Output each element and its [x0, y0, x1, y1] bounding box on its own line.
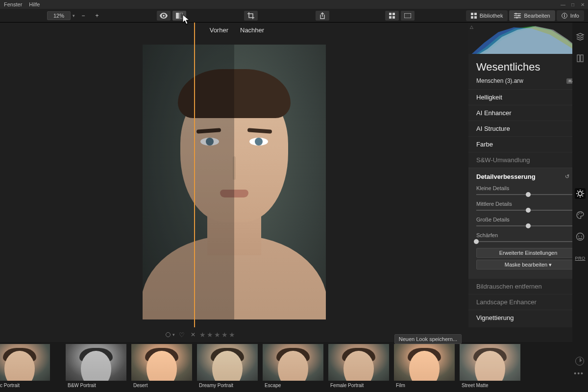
zoom-in-button[interactable]: +	[90, 11, 104, 21]
grid-icon	[389, 13, 395, 19]
look-thumb[interactable]: Desert	[131, 344, 192, 388]
tab-library-label: Bibliothek	[480, 13, 503, 19]
svg-line-26	[577, 196, 578, 196]
slider-sharp[interactable]	[476, 241, 580, 242]
save-look-button[interactable]: Neuen Look speichern...	[394, 334, 462, 344]
rail-creative-icon[interactable]	[575, 210, 586, 220]
slider-sharp-label: Schärfen	[476, 232, 498, 238]
svg-rect-16	[564, 15, 564, 17]
tab-library[interactable]: Bibliothek	[466, 10, 508, 21]
rail-pro-label[interactable]: PRO	[575, 253, 586, 264]
section-landscape[interactable]: Landscape Enhancer	[468, 294, 588, 310]
section-vignette[interactable]: Vignettierung	[468, 310, 588, 325]
zoom-dropdown-caret[interactable]: ▾	[71, 13, 76, 18]
reset-icon[interactable]: ↺	[565, 173, 569, 180]
preview-eye-button[interactable]	[157, 11, 171, 21]
look-label: B&W Portrait	[66, 381, 126, 388]
svg-rect-17	[577, 55, 580, 62]
svg-rect-5	[392, 16, 395, 19]
look-thumb[interactable]: c Portrait	[0, 344, 61, 388]
edit-mask-button[interactable]: Maske bearbeiten ▾	[476, 260, 580, 270]
svg-point-33	[581, 236, 582, 237]
history-icon[interactable]	[575, 357, 584, 366]
rating-bar: ▾ ♡ ✕ ★★★★★ 🗑	[0, 327, 588, 342]
slider-large[interactable]	[476, 225, 580, 226]
rail-portrait-icon[interactable]	[575, 231, 586, 242]
rail-canvas-icon[interactable]	[575, 53, 586, 64]
crop-button[interactable]	[244, 11, 258, 21]
section-noise[interactable]: Bildrauschen entfernen	[468, 278, 588, 294]
tab-info[interactable]: Info	[557, 10, 584, 21]
look-thumb[interactable]: Female Portrait	[328, 344, 389, 388]
look-thumb[interactable]: B&W Portrait	[66, 344, 126, 388]
tab-info-label: Info	[570, 13, 579, 19]
svg-rect-0	[176, 13, 179, 19]
export-icon	[319, 12, 325, 19]
after-label: Nachher	[240, 26, 266, 34]
rail-layers-icon[interactable]	[575, 31, 586, 42]
section-detail: Detailverbesserung ↺ Kleine Details0 Mit…	[468, 168, 588, 278]
look-thumb[interactable]: Escape	[263, 344, 323, 388]
svg-point-32	[578, 236, 579, 237]
more-options-icon[interactable]: •••	[574, 369, 584, 377]
info-icon	[562, 13, 567, 19]
svg-rect-4	[389, 16, 392, 19]
menu-hilfe[interactable]: Hilfe	[29, 1, 40, 7]
svg-point-19	[578, 192, 582, 196]
canvas-area[interactable]: Vorher Nachher	[0, 23, 468, 327]
svg-point-30	[581, 213, 582, 214]
toolbar: 12% ▾ − +	[0, 9, 588, 23]
star-rating[interactable]: ★★★★★	[199, 331, 235, 339]
section-color[interactable]: Farbe	[468, 136, 588, 152]
sliders-icon	[514, 13, 521, 19]
advanced-settings-button[interactable]: Erweiterte Einstellungen	[476, 248, 580, 258]
section-ai-enhancer[interactable]: AI Enhancer	[468, 105, 588, 121]
svg-point-11	[515, 13, 517, 14]
histogram[interactable]: △ △	[468, 23, 588, 54]
compare-icon	[176, 13, 183, 19]
look-label: Street Matte	[460, 381, 520, 388]
close-button[interactable]: ✕	[579, 2, 586, 7]
look-thumb[interactable]: Street Matte	[460, 344, 520, 388]
section-bw-convert[interactable]: S&W-Umwandlung	[468, 152, 588, 168]
look-thumb[interactable]: Film	[394, 344, 455, 388]
right-rail: PRO	[572, 23, 588, 392]
tab-edit[interactable]: Bearbeiten	[509, 10, 555, 21]
zoom-level[interactable]: 12%	[47, 11, 71, 20]
before-label: Vorher	[203, 26, 228, 34]
section-detail-title[interactable]: Detailverbesserung	[476, 173, 536, 180]
svg-rect-9	[471, 16, 473, 19]
compare-split-handle[interactable]	[194, 23, 195, 327]
zoom-out-button[interactable]: −	[76, 11, 90, 21]
menu-fenster[interactable]: Fenster	[4, 1, 22, 7]
svg-point-28	[578, 214, 579, 215]
slider-small[interactable]	[476, 194, 580, 195]
slider-large-label: Große Details	[476, 217, 510, 222]
look-label: Escape	[263, 381, 323, 388]
slider-mid[interactable]	[476, 210, 580, 211]
single-view-button[interactable]	[401, 11, 415, 21]
favorite-button[interactable]: ♡	[179, 331, 185, 339]
look-label: Female Portrait	[328, 381, 389, 388]
section-brightness[interactable]: Helligkeit	[468, 89, 588, 105]
svg-rect-18	[581, 55, 583, 62]
svg-line-24	[577, 191, 578, 191]
tab-edit-label: Bearbeiten	[524, 13, 550, 19]
rail-light-icon[interactable]	[575, 188, 586, 199]
reject-button[interactable]: ✕	[191, 331, 196, 338]
look-label: Dreamy Portrait	[197, 381, 258, 388]
look-thumb[interactable]: Dreamy Portrait	[197, 344, 258, 388]
section-ai-structure[interactable]: AI Structure	[468, 121, 588, 136]
svg-rect-10	[474, 16, 477, 19]
slider-small-label: Kleine Details	[476, 185, 509, 191]
svg-point-15	[564, 14, 565, 15]
svg-point-29	[579, 213, 580, 214]
grid-view-button[interactable]	[385, 11, 399, 21]
color-label-picker[interactable]	[166, 332, 171, 337]
maximize-button[interactable]: □	[569, 2, 576, 7]
image-preview[interactable]	[143, 45, 326, 319]
looks-filmstrip[interactable]: c Portrait B&W Portrait Desert Dreamy Po…	[0, 342, 588, 392]
svg-rect-8	[474, 13, 477, 15]
minimize-button[interactable]: —	[560, 2, 566, 7]
export-button[interactable]	[316, 11, 329, 21]
